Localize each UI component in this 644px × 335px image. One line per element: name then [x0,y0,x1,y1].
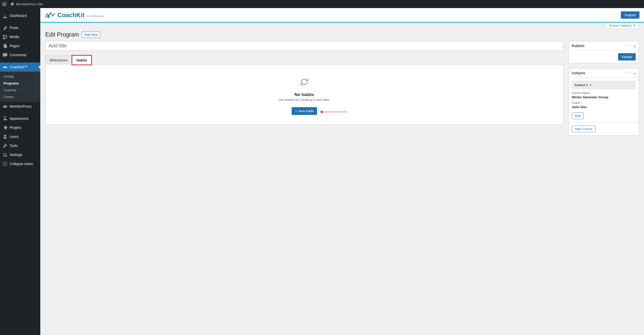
sidebar-item-label: Comments [10,53,27,57]
coachkit-submenu: Activity Programs Coaches Clients [0,72,40,102]
collapse-icon [3,161,8,166]
sidebar-item-appearance[interactable]: Appearance [0,114,40,123]
cohort-name-value: Winter Semester Group [572,95,636,99]
annotation-arrow [320,110,347,113]
program-tabs: Milestones Habits [45,55,563,65]
appearance-icon [3,116,8,121]
edit-cohort-button[interactable]: Edit [572,112,584,119]
empty-subtitle: Get started by creating a new habit. [51,98,558,102]
svg-marker-4 [320,111,323,113]
submenu-coaches[interactable]: Coaches [0,87,40,94]
users-icon [3,134,8,139]
sidebar-item-comments[interactable]: Comments [0,50,40,59]
admin-sidebar: Dashboard Posts Media Pages Comments [0,8,40,335]
sidebar-item-label: Appearance [10,116,29,120]
pages-icon [3,43,8,48]
comments-icon [3,52,8,57]
home-icon [10,2,15,6]
support-button[interactable]: Support [621,11,639,19]
habits-panel: No habits Get started by creating a new … [45,65,563,125]
wordpress-logo[interactable] [2,2,7,6]
coach-label: Coach [572,101,636,105]
sidebar-item-label: Posts [10,26,18,30]
cohorts-postbox: Cohorts ˄ ˅ ▴ Cohort 1 ▼ [568,68,639,136]
update-button[interactable]: Update [618,53,636,60]
media-icon [3,34,8,39]
screen-options-toggle[interactable]: Screen Options ▼ [606,23,639,29]
new-cohort-button[interactable]: New Cohort [572,126,596,132]
svg-text:m: m [48,16,49,18]
site-name: MemberPress Site [16,2,43,6]
submenu-activity[interactable]: Activity [0,73,40,80]
sidebar-item-label: Plugins [10,126,21,130]
publish-postbox: Publish ˄ ˅ ▴ Update [568,41,639,63]
wordpress-icon [2,2,7,6]
coachkit-icon [3,65,8,70]
tab-habits[interactable]: Habits [72,55,91,65]
tools-icon [3,143,8,148]
move-down-icon[interactable]: ˅ [630,71,631,75]
sidebar-item-posts[interactable]: Posts [0,23,40,32]
plus-icon: + [295,109,297,113]
tab-milestones[interactable]: Milestones [45,55,72,65]
sidebar-item-users[interactable]: Users [0,132,40,141]
logo-text: CoachKit [57,12,85,19]
move-up-icon[interactable]: ˄ [625,44,627,48]
new-habit-button[interactable]: + New Habit [292,107,317,115]
sidebar-collapse-menu[interactable]: Collapse menu [0,159,40,168]
submenu-programs[interactable]: Programs [0,80,40,87]
sidebar-item-label: Tools [10,144,18,148]
sidebar-item-coachkit[interactable]: CoachKit™ [0,63,40,72]
sidebar-item-tools[interactable]: Tools [0,141,40,150]
program-title-input[interactable] [45,41,563,50]
sidebar-item-media[interactable]: Media [0,32,40,41]
memberpress-icon [3,104,8,109]
sidebar-item-label: CoachKit™ [10,65,27,69]
sidebar-item-label: Pages [10,44,20,48]
admin-bar: MemberPress Site [0,0,644,8]
move-down-icon[interactable]: ˅ [630,44,631,48]
refresh-icon [51,77,558,88]
coachkit-logo: m CoachKit by memberpress [45,12,104,19]
coach-value: John Doe [572,105,636,109]
plugins-icon [3,125,8,130]
cohorts-title: Cohorts [572,71,585,75]
sidebar-item-settings[interactable]: Settings [0,150,40,159]
sidebar-item-memberpress[interactable]: MemberPress [0,102,40,111]
sidebar-item-label: Media [10,35,19,39]
move-up-icon[interactable]: ˄ [625,71,627,75]
toggle-panel-icon[interactable]: ▴ [634,71,636,75]
add-new-button[interactable]: Add New [82,32,100,38]
coachkit-logo-icon: m [45,12,56,18]
site-home-link[interactable]: MemberPress Site [10,2,43,6]
cohort-selector[interactable]: Cohort 1 ▼ [572,81,636,89]
sidebar-item-label: MemberPress [10,104,31,108]
brand-bar: m CoachKit by memberpress Support [40,8,644,23]
chevron-down-icon: ▼ [633,24,636,27]
page-title: Edit Program [45,31,79,38]
cohort-name-label: Cohort Name [572,91,636,95]
toggle-panel-icon[interactable]: ▴ [634,44,636,48]
pin-icon [3,25,8,30]
logo-subtext: by memberpress [87,15,104,19]
chevron-down-icon: ▼ [589,84,592,86]
sidebar-item-label: Settings [10,153,22,157]
settings-icon [3,152,8,157]
sidebar-item-label: Users [10,135,19,139]
sidebar-item-label: Collapse menu [10,162,33,166]
dashboard-icon [3,13,8,18]
sidebar-item-plugins[interactable]: Plugins [0,123,40,132]
empty-title: No habits [51,92,558,97]
sidebar-item-label: Dashboard [10,14,27,18]
sidebar-item-pages[interactable]: Pages [0,41,40,50]
svg-point-0 [3,162,7,166]
submenu-clients[interactable]: Clients [0,94,40,100]
publish-title: Publish [572,44,585,48]
sidebar-item-dashboard[interactable]: Dashboard [0,11,40,20]
